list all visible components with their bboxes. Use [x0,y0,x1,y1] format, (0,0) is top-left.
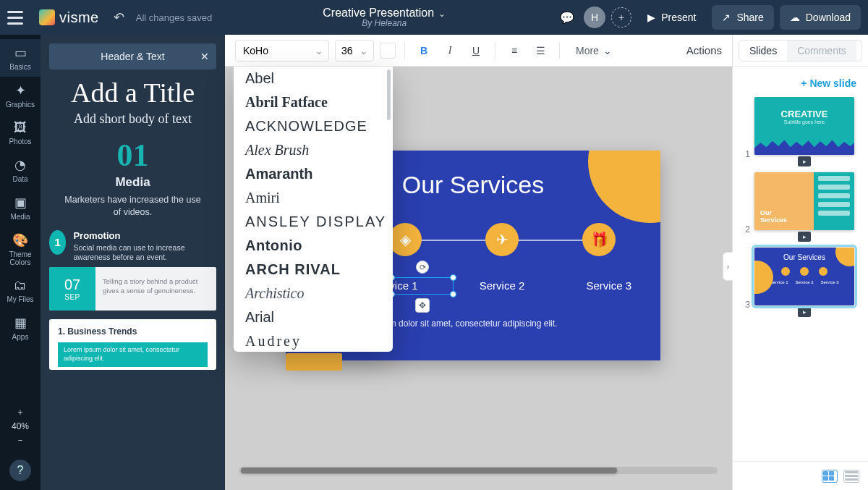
gift-icon: 🎁 [582,223,616,256]
save-status: All changes saved [136,12,213,23]
graphics-icon: ✦ [0,83,41,98]
font-list-popover: Abel Abril Fatface ACKNOWLEDGE Alex Brus… [234,67,393,352]
font-size-input[interactable] [335,40,374,62]
text-toolbar: ⌄ ⌄ B I U ≡ ☰ More⌄ Actions [225,35,732,67]
actions-button[interactable]: Actions [686,44,722,56]
date-month: SEP [64,293,80,301]
resize-handle[interactable] [450,274,456,281]
slide-thumbnail[interactable]: Our Services [754,172,854,230]
date-text: Telling a story behind a product gives a… [95,267,216,311]
logo[interactable]: visme [39,9,99,26]
underline-button[interactable]: U [466,41,486,61]
rail-photos[interactable]: 🖼Photos [0,114,41,151]
text-color-swatch[interactable] [380,43,396,59]
canvas-area: ⌄ ⌄ B I U ≡ ☰ More⌄ Actions Abel Abril F… [225,35,732,490]
undo-icon[interactable]: ↶ [114,9,124,25]
font-option[interactable]: ACKNOWLEDGE [234,114,393,138]
tab-comments[interactable]: Comments [787,41,856,61]
slide-number: 2 [740,224,750,242]
chevron-down-icon: ⌄ [603,45,612,56]
template-media-title[interactable]: Media [41,175,225,190]
zoom-level[interactable]: 40% [12,420,29,433]
collapse-panel-button[interactable]: › [723,252,733,281]
rail-basics[interactable]: ▭Basics [0,39,41,77]
transition-icon[interactable]: ▸ [798,156,811,166]
font-option[interactable]: Amaranth [234,162,393,186]
font-option[interactable]: Antonio [234,234,393,258]
font-option[interactable]: Alex Brush [234,138,393,162]
align-button[interactable]: ≡ [504,41,524,61]
present-button[interactable]: ▶Present [637,5,706,30]
font-option[interactable]: Abril Fatface [234,90,393,114]
bold-button[interactable]: B [414,41,434,61]
font-input[interactable] [235,40,329,62]
rail-data[interactable]: ◔Data [0,151,41,189]
italic-button[interactable]: I [440,41,460,61]
project-author: By Heleana [219,18,549,28]
font-option[interactable]: ARCH RIVAL [234,258,393,282]
template-number[interactable]: 01 [41,137,225,174]
add-user-button[interactable]: + [611,7,631,28]
template-business-card[interactable]: 1. Business Trends Lorem ipsum dolor sit… [49,319,216,370]
rail-my-files[interactable]: 🗂My Files [0,272,41,309]
resize-handle[interactable] [450,291,456,297]
service-label[interactable]: Service 3 [586,279,631,292]
template-media-desc[interactable]: Marketers have increased the use of vide… [61,194,205,219]
service-label[interactable]: Service 2 [480,279,525,292]
left-rail: ▭Basics ✦Graphics 🖼Photos ◔Data ▣Media 🎨… [0,35,41,490]
zoom-in-button[interactable]: ＋ [12,405,29,420]
list-button[interactable]: ☰ [530,41,550,61]
palette-icon: 🎨 [0,232,41,248]
font-option[interactable]: Arial [234,305,393,329]
font-option[interactable]: Archistico [234,282,393,305]
transition-icon[interactable]: ▸ [798,232,811,242]
zoom-out-button[interactable]: － [12,433,29,448]
template-date-card[interactable]: 07 SEP Telling a story behind a product … [49,267,216,311]
slide-thumbnail[interactable]: CREATIVE Subtitle goes here [754,97,854,155]
chevron-down-icon: ⌄ [438,9,446,19]
template-title[interactable]: Add a Title [46,77,219,109]
download-button[interactable]: ☁Download [780,5,861,30]
grid-view-button[interactable] [822,470,838,483]
scrollbar[interactable] [387,69,391,120]
service-item[interactable]: ✈ [469,223,535,256]
comments-icon[interactable]: 💬 [556,7,578,28]
tab-slides[interactable]: Slides [739,41,787,61]
horizontal-scrollbar[interactable] [239,467,718,474]
paper-plane-icon: ✈ [485,223,519,256]
transition-icon[interactable]: ▸ [798,307,811,317]
font-option[interactable]: Abel [234,67,393,90]
font-option[interactable]: ANSLEY DISPLAY [234,210,393,234]
rail-media[interactable]: ▣Media [0,189,41,227]
rotate-handle[interactable]: ⟳ [416,261,429,274]
service-item[interactable]: 🎁 [566,223,631,256]
slide-thumbnail[interactable]: Our Services Service 1 Service 2 Service… [754,248,854,305]
template-promotion[interactable]: 1 Promotion Social media can use to incr… [41,230,225,267]
promo-desc: Social media can use to increase awarene… [73,243,216,263]
decoration-strip [286,353,342,371]
new-slide-button[interactable]: New slide [733,67,868,97]
rail-graphics[interactable]: ✦Graphics [0,77,41,114]
logo-text: visme [59,9,99,26]
rail-theme-colors[interactable]: 🎨Theme Colors [0,227,41,272]
avatar[interactable]: H [584,7,605,28]
selection-box[interactable]: ⟳ ✥ [391,277,454,295]
menu-button[interactable] [4,8,26,28]
help-button[interactable]: ? [9,460,31,481]
scrollbar-thumb[interactable] [241,468,617,473]
font-size-dropdown[interactable]: ⌄ [335,40,374,62]
project-title-block[interactable]: Creative Presentation⌄ By Heleana [219,7,549,28]
move-handle[interactable]: ✥ [415,298,430,313]
font-option[interactable]: Amiri [234,186,393,210]
font-option[interactable]: Audrey [234,329,393,352]
more-dropdown[interactable]: More⌄ [569,40,619,62]
list-view-button[interactable] [843,470,859,483]
diamond-icon: ◈ [388,223,422,256]
close-icon[interactable]: ✕ [200,51,209,62]
font-dropdown[interactable]: ⌄ [235,40,329,62]
slide-body-text[interactable]: orem ipsum dolor sit amet, consectetur a… [351,318,631,329]
template-subtitle[interactable]: Add short body of text [41,111,225,127]
basics-icon: ▭ [0,45,41,61]
rail-apps[interactable]: ▦Apps [0,309,41,347]
share-button[interactable]: ↗Share [712,5,773,30]
